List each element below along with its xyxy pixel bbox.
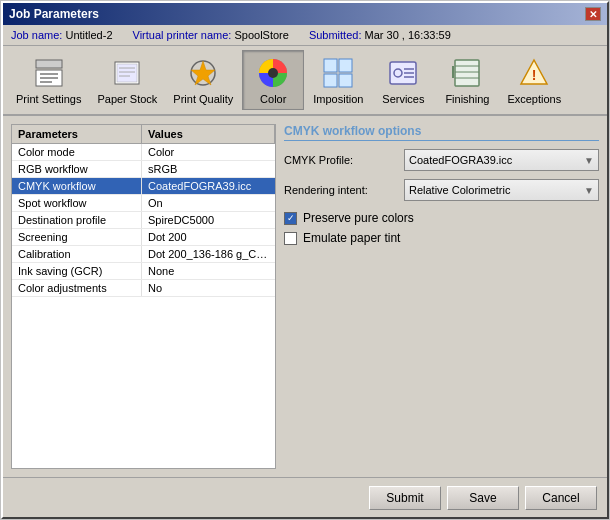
rendering-intent-label: Rendering intent: [284, 184, 404, 196]
cmyk-profile-row: CMYK Profile: CoatedFOGRA39.icc ▼ [284, 149, 599, 171]
svg-rect-14 [339, 59, 352, 72]
param-cell: Color adjustments [12, 280, 142, 296]
table-row[interactable]: Screening Dot 200 [12, 229, 275, 246]
toolbar-item-services[interactable]: Services [372, 50, 434, 110]
value-cell: SpireDC5000 [142, 212, 275, 228]
emulate-paper-checkbox[interactable] [284, 232, 297, 245]
right-panel: CMYK workflow options CMYK Profile: Coat… [284, 124, 599, 469]
table-row[interactable]: Ink saving (GCR) None [12, 263, 275, 280]
param-cell: Color mode [12, 144, 142, 160]
cmyk-profile-arrow: ▼ [584, 155, 594, 166]
table-row[interactable]: Color adjustments No [12, 280, 275, 297]
toolbar-item-exceptions[interactable]: ! Exceptions [500, 50, 568, 110]
dialog-title: Job Parameters [9, 7, 99, 21]
col-header-parameters: Parameters [12, 125, 142, 143]
svg-rect-16 [339, 74, 352, 87]
exceptions-icon: ! [516, 55, 552, 91]
svg-rect-13 [324, 59, 337, 72]
print-settings-icon [31, 55, 67, 91]
toolbar-item-finishing[interactable]: Finishing [436, 50, 498, 110]
job-info-bar: Job name: Untitled-2 Virtual printer nam… [3, 25, 607, 46]
param-cell: Ink saving (GCR) [12, 263, 142, 279]
table-row[interactable]: Color mode Color [12, 144, 275, 161]
section-title: CMYK workflow options [284, 124, 599, 141]
virtual-printer-label: Virtual printer name: SpoolStore [133, 29, 289, 41]
table-row[interactable]: Calibration Dot 200_136-186 g_C_... [12, 246, 275, 263]
svg-rect-15 [324, 74, 337, 87]
color-icon [255, 55, 291, 91]
dialog: Job Parameters ✕ Job name: Untitled-2 Vi… [1, 1, 609, 519]
job-name-label: Job name: Untitled-2 [11, 29, 113, 41]
col-header-values: Values [142, 125, 275, 143]
cancel-button[interactable]: Cancel [525, 486, 597, 510]
preserve-colors-checkbox[interactable] [284, 212, 297, 225]
value-cell: Dot 200_136-186 g_C_... [142, 246, 275, 262]
finishing-icon [449, 55, 485, 91]
param-cell: Calibration [12, 246, 142, 262]
svg-rect-0 [36, 60, 62, 68]
content-area: Parameters Values Color mode Color RGB w… [3, 116, 607, 477]
table-header: Parameters Values [12, 125, 275, 144]
cmyk-options-section: CMYK workflow options CMYK Profile: Coat… [284, 124, 599, 251]
submit-button[interactable]: Submit [369, 486, 441, 510]
svg-rect-2 [40, 73, 58, 75]
value-cell: Dot 200 [142, 229, 275, 245]
table-rows: Color mode Color RGB workflow sRGB CMYK … [12, 144, 275, 297]
emulate-paper-label: Emulate paper tint [303, 231, 400, 245]
rendering-intent-row: Rendering intent: Relative Colorimetric … [284, 179, 599, 201]
cmyk-profile-select[interactable]: CoatedFOGRA39.icc ▼ [404, 149, 599, 171]
toolbar-item-print-quality[interactable]: Print Quality [166, 50, 240, 110]
param-cell: Screening [12, 229, 142, 245]
svg-text:!: ! [532, 67, 537, 83]
rendering-intent-arrow: ▼ [584, 185, 594, 196]
value-cell: Color [142, 144, 275, 160]
value-cell: No [142, 280, 275, 296]
table-row[interactable]: CMYK workflow CoatedFOGRA39.icc [12, 178, 275, 195]
param-cell: Spot workflow [12, 195, 142, 211]
value-cell: sRGB [142, 161, 275, 177]
toolbar: Print Settings Paper Stock [3, 46, 607, 116]
services-icon [385, 55, 421, 91]
svg-rect-3 [40, 77, 58, 79]
toolbar-item-paper-stock[interactable]: Paper Stock [90, 50, 164, 110]
param-cell: CMYK workflow [12, 178, 142, 194]
svg-rect-6 [117, 64, 137, 82]
bottom-bar: Submit Save Cancel [3, 477, 607, 517]
table-row[interactable]: RGB workflow sRGB [12, 161, 275, 178]
param-cell: Destination profile [12, 212, 142, 228]
table-row[interactable]: Destination profile SpireDC5000 [12, 212, 275, 229]
save-button[interactable]: Save [447, 486, 519, 510]
preserve-colors-label: Preserve pure colors [303, 211, 414, 225]
value-cell: None [142, 263, 275, 279]
toolbar-item-color[interactable]: Color [242, 50, 304, 110]
paper-stock-icon [109, 55, 145, 91]
param-cell: RGB workflow [12, 161, 142, 177]
emulate-paper-row[interactable]: Emulate paper tint [284, 231, 599, 245]
toolbar-item-print-settings[interactable]: Print Settings [9, 50, 88, 110]
imposition-icon [320, 55, 356, 91]
print-quality-icon [185, 55, 221, 91]
submitted-label: Submitted: Mar 30 , 16:33:59 [309, 29, 451, 41]
title-bar: Job Parameters ✕ [3, 3, 607, 25]
svg-point-12 [268, 68, 278, 78]
rendering-intent-select[interactable]: Relative Colorimetric ▼ [404, 179, 599, 201]
value-cell: On [142, 195, 275, 211]
close-button[interactable]: ✕ [585, 7, 601, 21]
preserve-colors-row[interactable]: Preserve pure colors [284, 211, 599, 225]
toolbar-item-imposition[interactable]: Imposition [306, 50, 370, 110]
svg-rect-22 [455, 60, 479, 86]
cmyk-profile-label: CMYK Profile: [284, 154, 404, 166]
parameters-table: Parameters Values Color mode Color RGB w… [11, 124, 276, 469]
svg-rect-4 [40, 81, 52, 83]
value-cell: CoatedFOGRA39.icc [142, 178, 275, 194]
table-row[interactable]: Spot workflow On [12, 195, 275, 212]
